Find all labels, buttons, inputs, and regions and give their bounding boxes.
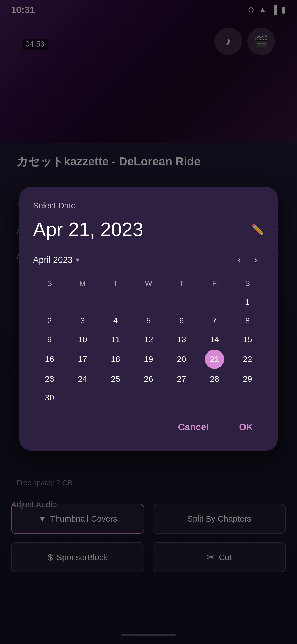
cal-day-6[interactable]: 6 xyxy=(165,312,198,329)
cal-day-17[interactable]: 17 xyxy=(66,350,99,369)
day-header-tue: T xyxy=(99,276,132,291)
calendar-week-4: 16 17 18 19 20 21 22 xyxy=(33,350,264,369)
cal-cell-empty xyxy=(99,389,132,406)
day-header-thu: T xyxy=(165,276,198,291)
ok-button[interactable]: OK xyxy=(228,417,264,437)
cal-day-7[interactable]: 7 xyxy=(198,312,231,329)
cal-day-8[interactable]: 8 xyxy=(231,312,264,329)
cal-day-26[interactable]: 26 xyxy=(132,370,165,388)
cal-cell-empty xyxy=(198,389,231,406)
cal-day-19[interactable]: 19 xyxy=(132,350,165,369)
day-header-mon: M xyxy=(66,276,99,291)
dialog-title: Select Date xyxy=(33,201,264,210)
cal-day-24[interactable]: 24 xyxy=(66,370,99,388)
calendar-week-6: 30 xyxy=(33,389,264,406)
cal-cell-empty xyxy=(66,389,99,406)
cal-day-13[interactable]: 13 xyxy=(165,331,198,348)
calendar-header-row: S M T W T F S xyxy=(33,276,264,291)
cal-day-25[interactable]: 25 xyxy=(99,370,132,388)
cal-day-9[interactable]: 9 xyxy=(33,331,66,348)
cal-day-21-selected[interactable]: 21 xyxy=(205,350,224,369)
cal-day-15[interactable]: 15 xyxy=(231,331,264,348)
next-arrow-icon: › xyxy=(254,254,257,266)
month-label: April 2023 ▾ xyxy=(33,255,231,265)
cal-cell-empty xyxy=(33,293,66,310)
dialog-actions: Cancel OK xyxy=(33,417,264,437)
date-picker-dialog: Select Date Apr 21, 2023 ✏️ April 2023 ▾… xyxy=(19,187,278,451)
day-header-sun: S xyxy=(33,276,66,291)
cal-day-18[interactable]: 18 xyxy=(99,350,132,369)
month-navigation: April 2023 ▾ ‹ › xyxy=(33,252,264,268)
cal-cell-empty xyxy=(165,293,198,310)
cal-day-4[interactable]: 4 xyxy=(99,312,132,329)
calendar-grid: S M T W T F S 1 2 3 4 5 6 7 8 xyxy=(33,276,264,406)
cal-day-23[interactable]: 23 xyxy=(33,370,66,388)
cal-cell-empty xyxy=(132,389,165,406)
next-month-button[interactable]: › xyxy=(248,252,264,268)
cal-cell-empty xyxy=(132,293,165,310)
cal-day-11[interactable]: 11 xyxy=(99,331,132,348)
calendar-week-2: 2 3 4 5 6 7 8 xyxy=(33,312,264,329)
cal-day-2[interactable]: 2 xyxy=(33,312,66,329)
selected-date-text: Apr 21, 2023 xyxy=(33,219,143,241)
cal-day-27[interactable]: 27 xyxy=(165,370,198,388)
cal-day-30[interactable]: 30 xyxy=(33,389,66,406)
edit-date-icon[interactable]: ✏️ xyxy=(251,223,264,236)
calendar-week-1: 1 xyxy=(33,293,264,310)
prev-arrow-icon: ‹ xyxy=(238,254,241,266)
cal-cell-empty xyxy=(99,293,132,310)
day-header-fri: F xyxy=(198,276,231,291)
cal-day-14[interactable]: 14 xyxy=(198,331,231,348)
cancel-button[interactable]: Cancel xyxy=(167,417,220,437)
cal-day-28[interactable]: 28 xyxy=(198,370,231,388)
cal-cell-empty xyxy=(66,293,99,310)
day-header-sat: S xyxy=(231,276,264,291)
cal-day-29[interactable]: 29 xyxy=(231,370,264,388)
prev-month-button[interactable]: ‹ xyxy=(231,252,248,268)
cal-day-10[interactable]: 10 xyxy=(66,331,99,348)
cal-day-16[interactable]: 16 xyxy=(33,350,66,369)
cal-cell-empty xyxy=(198,293,231,310)
selected-date-display: Apr 21, 2023 ✏️ xyxy=(33,219,264,241)
cal-day-1[interactable]: 1 xyxy=(231,293,264,310)
cal-day-3[interactable]: 3 xyxy=(66,312,99,329)
cal-cell-empty xyxy=(165,389,198,406)
calendar-week-5: 23 24 25 26 27 28 29 xyxy=(33,370,264,388)
cal-day-20[interactable]: 20 xyxy=(165,350,198,369)
month-chevron-icon: ▾ xyxy=(76,256,79,264)
cal-day-5[interactable]: 5 xyxy=(132,312,165,329)
cal-day-12[interactable]: 12 xyxy=(132,331,165,348)
cal-cell-empty xyxy=(231,389,264,406)
cal-day-22[interactable]: 22 xyxy=(231,350,264,369)
calendar-week-3: 9 10 11 12 13 14 15 xyxy=(33,331,264,348)
day-header-wed: W xyxy=(132,276,165,291)
